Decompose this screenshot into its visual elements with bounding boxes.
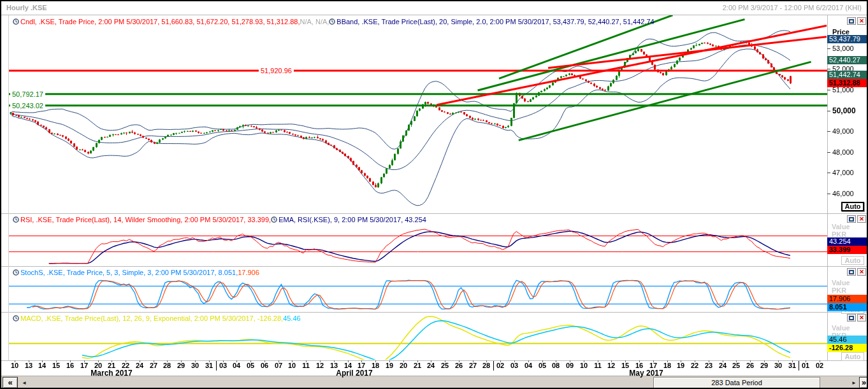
- macd-legend-item[interactable]: MACD, .KSE, Trade Price(Last), 12, 26, 9…: [13, 315, 283, 322]
- main-close-panel-button[interactable]: ✕: [857, 17, 866, 25]
- stoch-legend: StochS, .KSE, Trade Price, 5, 3, Simple,…: [13, 269, 259, 276]
- date-tick-label: 22: [691, 362, 698, 369]
- date-tick-label: 27: [469, 362, 477, 369]
- main-legend-item[interactable]: Cndl, .KSE, Trade Price, 2:00 PM 5/30/20…: [13, 18, 300, 25]
- main-auto-scale-button[interactable]: Auto: [841, 202, 864, 211]
- date-tick-label: 10: [288, 362, 296, 369]
- clock-icon: [329, 18, 335, 25]
- date-tick-label: 05: [539, 362, 546, 369]
- hline-price-label[interactable]: 50,243.02: [10, 102, 45, 110]
- price-tick-mark: [827, 173, 830, 173]
- stoch-legend-item[interactable]: StochS, .KSE, Trade Price, 5, 3, Simple,…: [13, 269, 238, 276]
- legend-text: EMA, RSI(.KSE), 9, 2:00 PM 5/30/2017, 43…: [278, 216, 426, 223]
- date-tick-label: 24: [136, 362, 143, 369]
- close-icon: ✕: [859, 269, 864, 275]
- date-tick-label: 12: [316, 362, 324, 369]
- price-tick-label: 50,000: [832, 107, 856, 115]
- legend-text: N/A, N/A,: [300, 18, 329, 25]
- scroll-right-arrow[interactable]: ►: [851, 380, 857, 386]
- month-label: March 2017: [90, 369, 132, 378]
- date-tick-label: 31: [205, 362, 213, 369]
- clock-icon: [13, 18, 19, 25]
- rsi-legend-item[interactable]: EMA, RSI(.KSE), 9, 2:00 PM 5/30/2017, 43…: [271, 216, 426, 223]
- macd-axis-badge: 45.46: [827, 336, 868, 344]
- date-tick-label: 06: [261, 362, 268, 369]
- macd-restore-panel-button[interactable]: [847, 314, 856, 322]
- date-tick-label: 09: [566, 362, 574, 369]
- chart-plot-canvas[interactable]: [1, 1, 868, 389]
- macd-axis-title: Value: [832, 324, 850, 332]
- date-tick-label: 31: [788, 362, 796, 369]
- date-tick-label: 04: [524, 362, 532, 369]
- month-separator: [493, 361, 494, 371]
- stoch-legend-item[interactable]: 17.906: [238, 269, 259, 276]
- main-axis-badge: 51,312.88: [827, 79, 868, 87]
- restore-icon: [849, 19, 854, 24]
- price-tick-label: 46,000: [832, 190, 854, 197]
- clock-icon: [13, 269, 19, 276]
- date-tick-label: 12: [607, 362, 615, 369]
- date-tick-label: 19: [386, 362, 393, 369]
- price-tick-mark: [827, 69, 830, 69]
- date-tick-label: 16: [66, 362, 74, 369]
- date-tick-label: 02: [816, 362, 823, 369]
- price-tick-label: 48,000: [832, 148, 854, 156]
- date-tick-label: 11: [594, 362, 602, 369]
- macd-close-panel-button[interactable]: ✕: [857, 314, 866, 322]
- main-restore-panel-button[interactable]: [847, 17, 856, 25]
- macd-legend-item[interactable]: 45.46: [283, 315, 301, 322]
- restore-icon: [849, 217, 854, 222]
- panel-separator[interactable]: [1, 312, 868, 313]
- stoch-axis-title: Value: [832, 279, 850, 286]
- date-tick-label: 24: [719, 362, 727, 369]
- stoch-close-panel-button[interactable]: ✕: [857, 268, 866, 276]
- date-tick-label: 07: [275, 362, 282, 369]
- date-tick-label: 15: [52, 362, 60, 369]
- price-tick-mark: [827, 131, 830, 132]
- date-tick-label: 02: [496, 362, 504, 369]
- price-tick-label: 47,000: [832, 169, 854, 176]
- main-axis-badge: 53,437.79: [827, 35, 868, 43]
- date-tick-label: 17: [80, 362, 88, 369]
- close-icon: ✕: [859, 216, 864, 222]
- restore-icon: [849, 270, 854, 274]
- panel-separator[interactable]: [1, 266, 868, 267]
- rsi-close-panel-button[interactable]: ✕: [857, 215, 866, 223]
- panel-separator: [1, 360, 868, 361]
- stoch-restore-panel-button[interactable]: [847, 268, 856, 276]
- stoch-axis-badge: 8.051: [827, 303, 868, 311]
- main-legend-item[interactable]: N/A, N/A,: [300, 18, 329, 25]
- scroll-far-left-button[interactable]: «: [3, 377, 18, 388]
- rsi-restore-panel-button[interactable]: [847, 215, 856, 223]
- stoch-panel-controls: ✕: [847, 268, 866, 276]
- clock-icon: [13, 216, 19, 223]
- date-tick-label: 03: [219, 362, 227, 369]
- price-tick-mark: [827, 90, 830, 90]
- panel-separator[interactable]: [1, 213, 868, 214]
- month-separator: [799, 361, 799, 371]
- rsi-legend-item[interactable]: RSI, .KSE, Trade Price(Last), 14, Wilder…: [13, 216, 271, 223]
- scroll-far-right-button[interactable]: »: [859, 377, 868, 388]
- hline-price-label[interactable]: 51,920.96: [259, 67, 294, 74]
- price-tick-mark: [827, 111, 830, 111]
- clock-icon: [13, 315, 19, 322]
- window-title: Hourly .KSE: [6, 4, 47, 11]
- date-tick-label: 27: [150, 362, 157, 369]
- hline-price-label[interactable]: 50,792.17: [10, 90, 45, 98]
- date-tick-label: 25: [732, 362, 740, 369]
- month-label: April 2017: [336, 369, 372, 378]
- rsi-auto-scale-button[interactable]: Auto: [841, 256, 864, 265]
- scroll-left-arrow[interactable]: ◄: [22, 380, 27, 386]
- macd-auto-scale-button[interactable]: Auto: [841, 352, 864, 361]
- legend-text: 17.906: [238, 269, 259, 276]
- scrollbar-thumb[interactable]: 283 Data Period: [653, 377, 820, 388]
- price-tick-label: 53,000: [832, 45, 854, 52]
- macd-legend: MACD, .KSE, Trade Price(Last), 12, 26, 9…: [13, 315, 301, 322]
- date-tick-label: 03: [510, 362, 518, 369]
- date-tick-label: 04: [233, 362, 240, 369]
- date-tick-label: 20: [400, 362, 407, 369]
- horizontal-scrollbar[interactable]: « ◄ 283 Data Period ► »: [1, 376, 868, 389]
- close-icon: ✕: [859, 18, 864, 24]
- main-legend-item[interactable]: BBand, .KSE, Trade Price(Last), 20, Simp…: [329, 18, 654, 25]
- date-tick-label: 26: [455, 362, 463, 369]
